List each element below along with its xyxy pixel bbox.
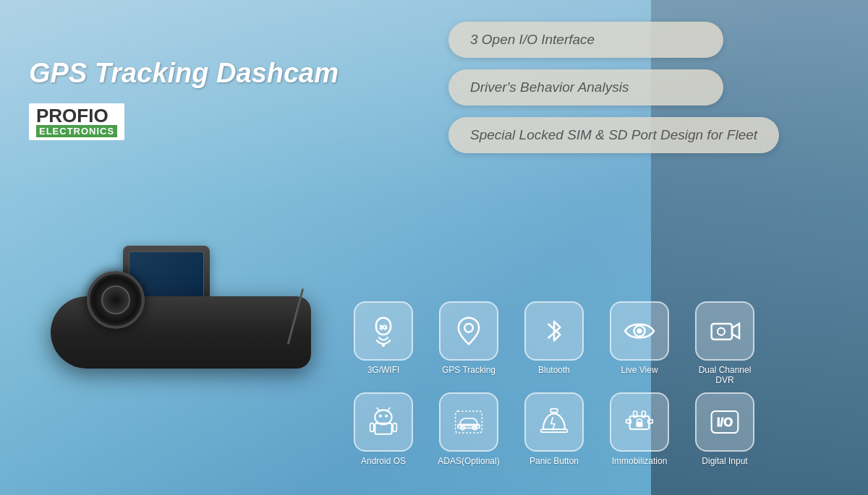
label-immobilization: Immobilization — [612, 456, 668, 466]
logo-profio: PROFIO — [36, 106, 117, 125]
feature-digital-input: I/O Digital Input — [689, 392, 761, 466]
icon-box-engine — [610, 392, 669, 452]
svg-rect-17 — [456, 411, 482, 433]
svg-rect-28 — [637, 422, 642, 427]
feature-pill-1: 3 Open I/O Interface — [448, 22, 723, 58]
icon-box-bt — [524, 301, 584, 361]
eye-icon — [621, 313, 658, 349]
logo-electronics: ELECTRONICS — [36, 125, 117, 137]
feature-panic: Panic Button — [518, 392, 590, 466]
3g-icon: 3G — [365, 313, 401, 349]
feature-gps: GPS Tracking — [433, 301, 505, 385]
svg-point-10 — [379, 415, 381, 417]
feature-pill-2: Driver's Behavior Analysis — [448, 69, 723, 106]
svg-line-13 — [388, 408, 390, 410]
dashcam-body — [7, 181, 354, 397]
android-icon — [365, 404, 401, 440]
icon-box-adas — [439, 392, 498, 452]
svg-rect-22 — [541, 429, 568, 432]
cam-lens — [87, 271, 145, 329]
icon-box-eye — [610, 301, 669, 361]
cam-lens-inner — [101, 285, 130, 314]
gps-icon — [451, 313, 487, 349]
label-adas: ADAS(Optional) — [438, 456, 499, 466]
feature-3g-wifi: 3G 3G/WIFI — [347, 301, 420, 385]
svg-marker-7 — [732, 324, 739, 338]
label-liveview: Live View — [621, 365, 658, 375]
svg-rect-21 — [550, 409, 558, 413]
panic-icon — [536, 404, 572, 440]
label-3g: 3G/WIFI — [367, 365, 400, 375]
cam-main-body — [51, 296, 311, 369]
adas-icon — [451, 404, 487, 440]
logo-box: PROFIO ELECTRONICS — [29, 103, 124, 140]
label-panic: Panic Button — [529, 456, 579, 466]
icon-box-camera — [695, 301, 754, 361]
icons-row-2: Android OS ADAS(Optional) — [347, 392, 846, 466]
feature-adas: ADAS(Optional) — [433, 392, 505, 466]
right-section: 3 Open I/O Interface Driver's Behavior A… — [448, 22, 810, 165]
svg-point-2 — [382, 344, 384, 346]
icons-section: 3G 3G/WIFI GPS Tracking — [347, 301, 846, 466]
icon-box-panic — [524, 392, 584, 452]
icon-box-io: I/O — [695, 392, 754, 452]
svg-point-9 — [375, 410, 391, 424]
svg-text:3G: 3G — [379, 324, 387, 331]
icons-row-1: 3G 3G/WIFI GPS Tracking — [347, 301, 846, 385]
feature-android: Android OS — [347, 392, 420, 466]
icon-box-gps — [439, 301, 498, 361]
feature-liveview: Live View — [603, 301, 676, 385]
label-bluetooth: Blutooth — [538, 365, 570, 375]
svg-point-8 — [718, 328, 725, 335]
io-icon: I/O — [707, 404, 743, 440]
camera-icon — [707, 313, 743, 349]
svg-point-11 — [386, 415, 388, 417]
label-dvr: Dual Channel DVR — [689, 365, 761, 385]
svg-rect-15 — [370, 423, 374, 432]
left-section: GPS Tracking Dashcam PROFIO ELECTRONICS — [29, 58, 405, 140]
page-container: GPS Tracking Dashcam PROFIO ELECTRONICS — [0, 0, 868, 495]
feature-immobilization: Immobilization — [603, 392, 676, 466]
icon-box-android — [354, 392, 413, 452]
svg-point-5 — [637, 329, 642, 334]
svg-line-12 — [377, 408, 379, 410]
feature-pill-3: Special Locked SIM & SD Port Design for … — [448, 117, 779, 153]
engine-icon — [621, 404, 658, 440]
label-android: Android OS — [361, 456, 406, 466]
svg-rect-6 — [712, 324, 732, 340]
svg-point-3 — [464, 324, 473, 332]
bluetooth-icon — [536, 313, 572, 349]
label-gps: GPS Tracking — [442, 365, 495, 375]
feature-dvr: Dual Channel DVR — [689, 301, 761, 385]
label-digital-input: Digital Input — [702, 456, 747, 466]
product-title: GPS Tracking Dashcam — [29, 58, 405, 89]
icon-box-3g: 3G — [354, 301, 413, 361]
dashcam-image — [0, 159, 405, 434]
feature-bluetooth: Blutooth — [518, 301, 590, 385]
svg-text:I/O: I/O — [717, 416, 733, 429]
svg-rect-16 — [393, 423, 396, 432]
